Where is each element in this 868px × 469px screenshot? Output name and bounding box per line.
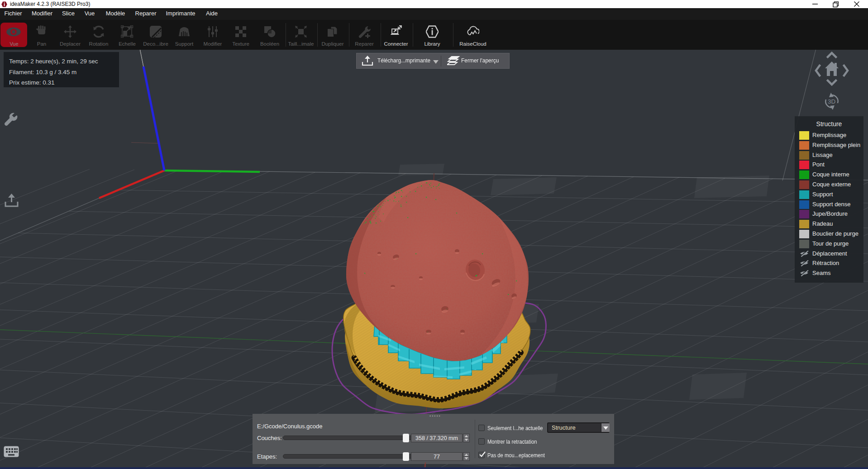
svg-text:3D: 3D	[828, 98, 836, 105]
